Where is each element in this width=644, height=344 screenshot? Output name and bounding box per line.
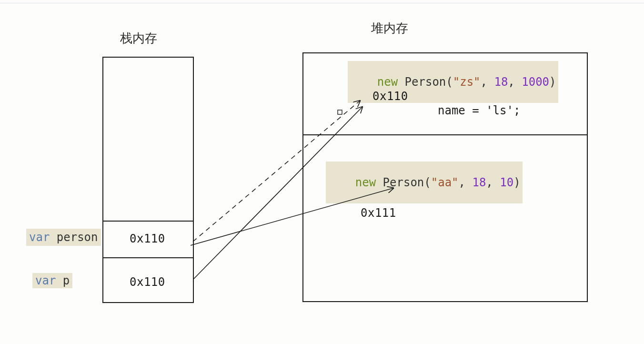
arg-str: "zs" [453,75,481,89]
memory-diagram: 栈内存 堆内存 0x110 0x110 var person var p new… [0,0,644,344]
stack-cell-2-address: 0x110 [130,275,165,289]
arg-num: 18 [494,75,508,89]
close-paren: ) [513,176,520,189]
comma: , [481,75,494,89]
kw-type: Person( [376,176,431,189]
kw-new: new [355,176,376,189]
stack-box [102,57,194,303]
stack-divider-2 [102,257,193,258]
var-person-label: var person [26,229,101,246]
arg-num: 1000 [522,75,549,89]
identifier: person [50,231,98,244]
heap-title: 堆内存 [371,20,408,37]
arg-str: "aa" [431,176,459,189]
heap-obj1-assignment: name = 'ls'; [438,104,520,117]
arg-num: 18 [472,176,486,189]
comma: , [486,176,500,189]
arg-num: 10 [500,176,513,189]
stack-title: 栈内存 [120,30,157,47]
identifier: p [56,274,70,287]
kw-type: Person( [398,75,453,89]
heap-divider [302,134,587,135]
var-keyword: var [35,274,56,287]
heap-obj1-address: 0x110 [372,90,408,103]
comma: , [508,75,522,89]
heap-obj2-code: new Person("aa", 18, 10) [326,162,523,203]
close-paren: ) [549,75,556,89]
comma: , [459,176,473,189]
stack-divider-1 [102,221,193,222]
stack-cell-1-address: 0x110 [130,232,165,245]
kw-new: new [377,75,398,89]
heap-obj2-address: 0x111 [361,206,396,220]
var-keyword: var [29,231,50,244]
page-top-divider [0,3,644,3]
var-p-label: var p [32,273,72,288]
